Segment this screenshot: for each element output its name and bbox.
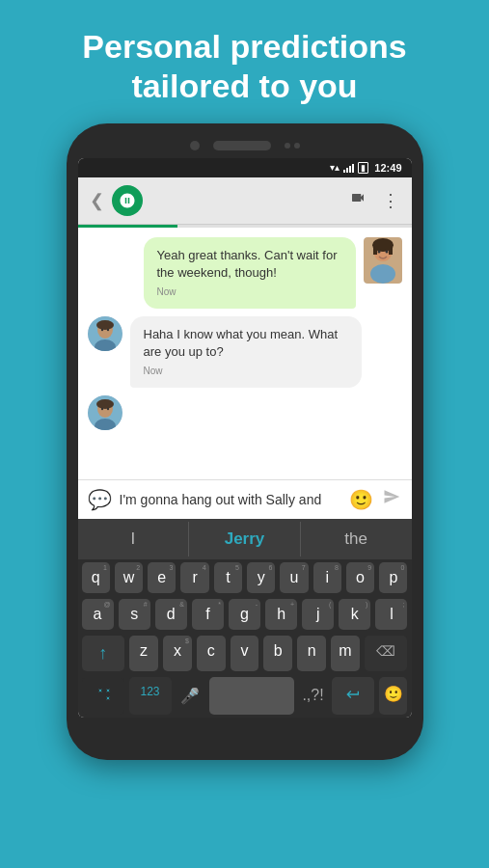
key-y[interactable]: 6y — [247, 562, 275, 593]
key-m[interactable]: m — [331, 636, 360, 671]
status-bar: ▾▴ ▮ 12:49 — [78, 158, 412, 177]
key-q[interactable]: 1q — [82, 562, 110, 593]
message-incoming-1: Haha I know what you mean. What are you … — [88, 316, 402, 388]
phone-screen: ▾▴ ▮ 12:49 ❮ — [78, 158, 412, 718]
svg-point-5 — [370, 264, 395, 284]
signal-bar-3 — [349, 166, 351, 173]
overflow-menu-icon[interactable]: ⋮ — [382, 190, 400, 211]
key-n[interactable]: n — [297, 636, 326, 671]
signal-bar-4 — [352, 164, 354, 173]
svg-rect-4 — [389, 245, 393, 255]
sensor-dot-1 — [285, 143, 290, 149]
key-z[interactable]: z — [129, 636, 158, 671]
wifi-icon: ▾▴ — [330, 162, 340, 173]
compose-icon: 💬 — [88, 488, 112, 511]
send-button[interactable] — [381, 488, 402, 510]
header-line2: tailored to you — [131, 68, 357, 104]
key-123[interactable]: 123 — [129, 677, 172, 715]
battery-icon: ▮ — [358, 162, 368, 174]
svg-point-10 — [96, 320, 114, 330]
key-row-3: ↑ z $x c v b n m ⌫ — [78, 633, 412, 674]
prediction-bar: I Jerry the — [78, 519, 412, 559]
key-l[interactable]: ;l — [375, 599, 407, 630]
message-time-1: Now — [157, 285, 342, 299]
status-time: 12:49 — [374, 162, 401, 174]
svg-point-18 — [100, 408, 102, 410]
key-i[interactable]: 8i — [313, 562, 341, 593]
key-row-1: 1q 2w 3e 4r 5t 6y 7u 8i 9o 0p — [78, 559, 412, 596]
message-incoming-2 — [88, 395, 402, 430]
signal-bar-1 — [343, 170, 345, 173]
svg-point-19 — [106, 408, 108, 410]
sensor-dot-2 — [294, 143, 300, 149]
svg-point-12 — [100, 329, 102, 331]
microphone-icon[interactable]: 🎤 — [180, 687, 200, 705]
key-w[interactable]: 2w — [115, 562, 143, 593]
chat-area: Yeah great thanks. Can't wait for the we… — [78, 228, 412, 479]
key-e[interactable]: 3e — [148, 562, 176, 593]
message-time-2: Now — [144, 365, 348, 378]
key-c[interactable]: c — [197, 636, 226, 671]
swipe-key[interactable] — [82, 677, 124, 715]
key-p[interactable]: 0p — [379, 562, 407, 593]
header-section: Personal predictions tailored to you — [0, 0, 489, 123]
svg-rect-3 — [373, 245, 377, 255]
header-line1: Personal predictions — [82, 28, 406, 65]
key-u[interactable]: 7u — [280, 562, 308, 593]
key-t[interactable]: 5t — [214, 562, 242, 593]
punctuation-key[interactable]: .,?! — [302, 687, 323, 704]
signal-bars — [343, 163, 354, 173]
compose-bar: 💬 I'm gonna hang out with Sally and 🙂 — [78, 479, 412, 519]
compose-text[interactable]: I'm gonna hang out with Sally and — [120, 492, 341, 507]
key-v[interactable]: v — [231, 636, 259, 671]
bubble-incoming-1: Haha I know what you mean. What are you … — [130, 316, 362, 388]
prediction-center[interactable]: Jerry — [189, 522, 301, 556]
shift-key[interactable]: ↑ — [82, 636, 125, 671]
avatar-incoming-1 — [88, 316, 122, 351]
speaker-grille — [213, 141, 271, 150]
message-outgoing-1: Yeah great thanks. Can't wait for the we… — [88, 237, 402, 309]
prediction-right[interactable]: the — [301, 522, 412, 556]
key-s[interactable]: #s — [119, 599, 150, 630]
bubble-outgoing-1: Yeah great thanks. Can't wait for the we… — [144, 237, 356, 309]
phone-shell: ▾▴ ▮ 12:49 ❮ — [67, 123, 423, 760]
key-k[interactable]: )k — [339, 599, 370, 630]
svg-point-6 — [377, 250, 380, 253]
enter-key[interactable] — [332, 677, 374, 715]
key-d[interactable]: &d — [155, 599, 187, 630]
video-call-icon[interactable] — [347, 190, 368, 210]
svg-point-16 — [96, 399, 114, 409]
emoji-keyboard-key[interactable]: 🙂 — [379, 677, 407, 715]
hangouts-icon — [112, 185, 143, 216]
space-key[interactable] — [209, 677, 294, 715]
key-row-2: @a #s &d *f -g +h (j )k ;l — [78, 596, 412, 633]
key-r[interactable]: 4r — [180, 562, 208, 593]
svg-point-13 — [106, 329, 108, 331]
key-x[interactable]: $x — [163, 636, 192, 671]
key-row-4: 123 🎤 .,?! 🙂 — [78, 674, 412, 718]
key-b[interactable]: b — [263, 636, 292, 671]
avatar-outgoing — [364, 237, 402, 284]
signal-bar-2 — [346, 168, 348, 173]
emoji-button[interactable]: 🙂 — [349, 488, 373, 511]
prediction-left[interactable]: I — [78, 522, 190, 556]
camera-dot — [190, 141, 200, 150]
back-arrow-icon[interactable]: ❮ — [90, 190, 104, 211]
svg-point-7 — [385, 250, 388, 253]
key-j[interactable]: (j — [302, 599, 334, 630]
app-bar: ❮ ⋮ — [78, 177, 412, 225]
avatar-incoming-2 — [88, 395, 122, 430]
key-a[interactable]: @a — [82, 599, 114, 630]
backspace-key[interactable]: ⌫ — [365, 636, 408, 671]
key-o[interactable]: 9o — [346, 562, 374, 593]
key-h[interactable]: +h — [265, 599, 297, 630]
key-g[interactable]: -g — [229, 599, 260, 630]
keyboard-area: I Jerry the 1q 2w 3e 4r 5t 6y 7u 8i 9o 0… — [78, 519, 412, 718]
app-bar-actions: ⋮ — [347, 190, 400, 211]
status-icons: ▾▴ ▮ — [330, 162, 368, 174]
key-f[interactable]: *f — [192, 599, 224, 630]
